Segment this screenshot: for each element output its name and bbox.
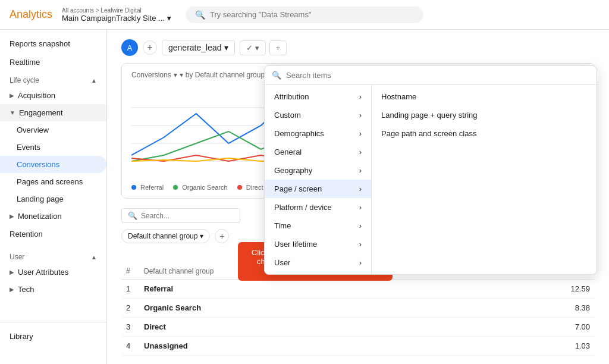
event-header: A + generate_lead ▾ ✓ ▾ +	[121, 39, 595, 56]
chevron-down-icon4: ▾	[255, 43, 259, 52]
table-search-input[interactable]	[141, 212, 234, 220]
table-row: 3 Direct 7.00	[121, 318, 595, 337]
chevron-up-icon: ▲	[91, 77, 97, 84]
sidebar-item-conversions[interactable]: Conversions	[0, 156, 106, 173]
dropdown-search-input[interactable]	[286, 71, 589, 80]
dropdown-subcategories: Hostname Landing page + query string Pag…	[372, 85, 503, 274]
search-icon: 🔍	[195, 10, 205, 20]
global-search[interactable]: 🔍	[186, 7, 423, 23]
chevron-right-icon12: ›	[359, 221, 362, 230]
sidebar-section-lifecycle[interactable]: Life cycle ▲	[0, 71, 106, 87]
main-layout: Reports snapshot Realtime Life cycle ▲ ▶…	[0, 30, 609, 364]
sidebar-item-monetization[interactable]: ▶ Monetization	[0, 208, 106, 225]
event-selector[interactable]: generate_lead ▾	[162, 40, 235, 55]
add-action-button[interactable]: +	[269, 40, 287, 55]
main-content: A + generate_lead ▾ ✓ ▾ + Conversions ▾	[107, 30, 609, 364]
table-row: 2 Organic Search 8.38	[121, 299, 595, 318]
sidebar-item-realtime[interactable]: Realtime	[0, 53, 106, 71]
chevron-right-icon13: ›	[359, 240, 362, 249]
dimension-dropdown: 🔍 Attribution › Custom › Demographics ›	[264, 65, 597, 275]
sidebar-item-user-attributes[interactable]: ▶ User Attributes	[0, 263, 106, 281]
chevron-right-icon14: ›	[359, 258, 362, 267]
sidebar-item-landing[interactable]: Landing page	[0, 190, 106, 208]
row-value: 1.03	[420, 337, 595, 356]
dropdown-item-demographics[interactable]: Demographics ›	[265, 124, 371, 143]
sidebar-item-retention[interactable]: Retention	[0, 225, 106, 243]
event-name: generate_lead	[168, 43, 222, 52]
chevron-right-icon8: ›	[359, 148, 362, 156]
app-header: Analytics All accounts > Leafwire Digita…	[0, 0, 609, 30]
dropdown-sub-hostname[interactable]: Hostname	[372, 87, 503, 106]
dimension-label: Default channel group	[128, 232, 197, 240]
dropdown-item-general[interactable]: General ›	[265, 143, 371, 161]
row-rank: 4	[121, 337, 139, 356]
row-channel: Organic Search	[139, 299, 420, 318]
search-input[interactable]	[210, 10, 414, 19]
chevron-down-icon5[interactable]: ▾	[174, 71, 177, 79]
chart-dimension[interactable]: by Default channel group	[186, 71, 265, 79]
sidebar-item-library[interactable]: Library	[0, 327, 106, 346]
account-name[interactable]: Main CampaignTrackly Site ... ▾	[62, 14, 171, 23]
dropdown-item-geography[interactable]: Geography ›	[265, 161, 371, 180]
legend-direct: Direct	[237, 184, 263, 191]
dropdown-sub-page-path[interactable]: Page path and screen class	[372, 124, 503, 143]
search-icon2: 🔍	[128, 211, 137, 220]
dimension-button[interactable]: Default channel group ▾	[121, 229, 210, 243]
chevron-right-icon10: ›	[359, 184, 362, 193]
dropdown-item-user[interactable]: User ›	[265, 253, 371, 272]
chevron-down-icon7: ▾	[200, 232, 203, 240]
chevron-right-icon9: ›	[359, 166, 362, 175]
table-row: 1 Referral 12.59	[121, 280, 595, 299]
col-rank: #	[121, 263, 139, 280]
account-selector[interactable]: All accounts > Leafwire Digital Main Cam…	[62, 7, 171, 23]
row-rank: 2	[121, 299, 139, 318]
dropdown-body: Attribution › Custom › Demographics › Ge…	[265, 85, 597, 274]
legend-organic: Organic Search	[173, 184, 228, 191]
event-actions: ✓ ▾ +	[240, 40, 287, 55]
chevron-right-icon7: ›	[359, 129, 362, 138]
sidebar: Reports snapshot Realtime Life cycle ▲ ▶…	[0, 30, 107, 364]
sidebar-item-pages[interactable]: Pages and screens	[0, 173, 106, 190]
sidebar-item-acquisition[interactable]: ▶ Acquisition	[0, 87, 106, 104]
chevron-down-icon2: ▼	[10, 109, 15, 116]
dropdown-item-custom[interactable]: Custom ›	[265, 106, 371, 124]
check-icon: ✓	[246, 43, 253, 52]
chevron-down-icon3: ▾	[224, 43, 228, 52]
chevron-right-icon11: ›	[359, 203, 362, 212]
dropdown-item-user-lifetime[interactable]: User lifetime ›	[265, 235, 371, 253]
chevron-down-icon: ▾	[167, 14, 171, 23]
search-icon3: 🔍	[272, 71, 281, 80]
dropdown-item-platform[interactable]: Platform / device ›	[265, 198, 371, 216]
chevron-right-icon2: ▶	[10, 213, 14, 219]
chevron-up-icon2: ▲	[91, 254, 97, 261]
sidebar-section-user[interactable]: User ▲	[0, 248, 106, 263]
table-search[interactable]: 🔍	[121, 208, 240, 223]
check-action-button[interactable]: ✓ ▾	[240, 40, 266, 55]
dropdown-item-page-screen[interactable]: Page / screen ›	[265, 180, 371, 198]
sidebar-item-events[interactable]: Events	[0, 139, 106, 156]
dropdown-item-time[interactable]: Time ›	[265, 216, 371, 235]
dropdown-categories: Attribution › Custom › Demographics › Ge…	[265, 85, 372, 274]
add-dimension-button[interactable]: +	[215, 229, 229, 243]
sidebar-item-engagement[interactable]: ▼ Engagement	[0, 104, 106, 121]
dropdown-sub-landing[interactable]: Landing page + query string	[372, 106, 503, 124]
dropdown-search-bar[interactable]: 🔍	[265, 66, 597, 85]
sidebar-item-reports-snapshot[interactable]: Reports snapshot	[0, 34, 106, 53]
add-event-button[interactable]: +	[143, 40, 157, 55]
table-row: 4 Unassigned 1.03	[121, 337, 595, 356]
chevron-right-icon4: ▶	[10, 286, 14, 293]
plus-icon: +	[276, 43, 281, 52]
sidebar-item-overview[interactable]: Overview	[0, 121, 106, 139]
row-value: 12.59	[420, 280, 595, 299]
row-value: 7.00	[420, 318, 595, 337]
row-channel: Direct	[139, 318, 420, 337]
chevron-right-icon3: ▶	[10, 269, 14, 275]
chart-by-label: ▾	[180, 71, 183, 79]
row-channel: Unassigned	[139, 337, 420, 356]
sidebar-item-tech[interactable]: ▶ Tech	[0, 281, 106, 298]
row-rank: 1	[121, 280, 139, 299]
chevron-right-icon6: ›	[359, 111, 362, 120]
chevron-right-icon: ▶	[10, 92, 14, 99]
avatar: A	[121, 39, 138, 56]
dropdown-item-attribution[interactable]: Attribution ›	[265, 87, 371, 106]
